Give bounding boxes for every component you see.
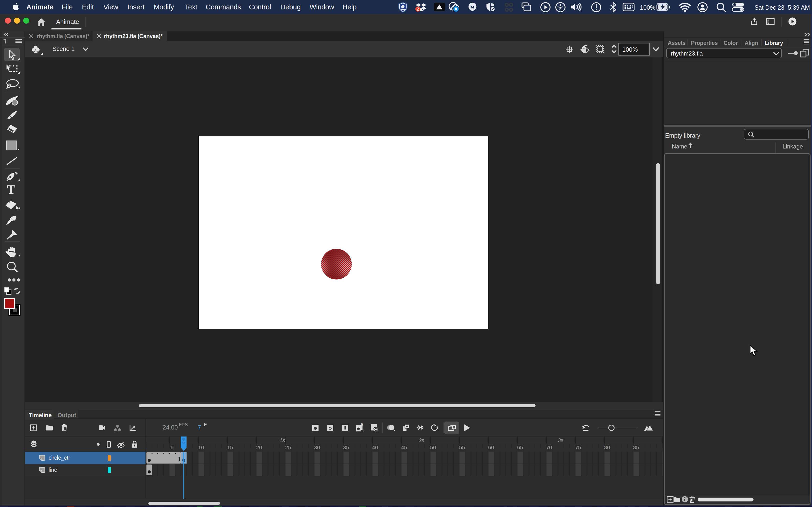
svg-text:2: 2 <box>417 7 419 12</box>
svg-text:A: A <box>360 423 364 427</box>
